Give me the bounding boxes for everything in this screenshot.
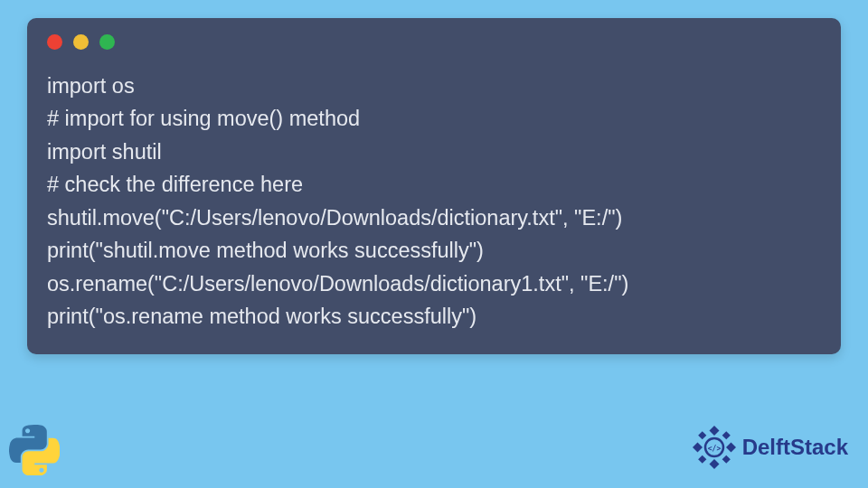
code-line: import shutil (47, 136, 821, 168)
maximize-icon (99, 34, 115, 50)
svg-marker-4 (698, 431, 706, 439)
traffic-lights (47, 34, 821, 50)
svg-marker-3 (726, 443, 736, 453)
delftstack-logo-icon: </> (692, 425, 737, 470)
code-line: import os (47, 70, 821, 102)
svg-marker-2 (693, 443, 703, 453)
minimize-icon (73, 34, 89, 50)
code-line: shutil.move("C:/Users/lenovo/Downloads/d… (47, 202, 821, 234)
close-icon (47, 34, 62, 50)
code-line: # check the difference here (47, 168, 821, 201)
svg-text:</>: </> (707, 445, 721, 453)
svg-marker-0 (709, 426, 719, 436)
code-block: import os # import for using move() meth… (47, 70, 821, 333)
svg-marker-1 (709, 459, 719, 469)
code-window: import os # import for using move() meth… (27, 18, 841, 354)
svg-marker-7 (722, 455, 730, 464)
code-line: # import for using move() method (47, 102, 821, 135)
code-line: os.rename("C:/Users/lenovo/Downloads/dic… (47, 267, 821, 300)
code-line: print("shutil.move method works successf… (47, 234, 821, 267)
delftstack-branding: </> DelftStack (692, 425, 848, 470)
code-line: print("os.rename method works successful… (47, 300, 821, 333)
svg-marker-5 (722, 431, 730, 439)
python-logo-icon (9, 425, 60, 475)
brand-name: DelftStack (742, 435, 848, 460)
svg-marker-6 (698, 455, 706, 464)
